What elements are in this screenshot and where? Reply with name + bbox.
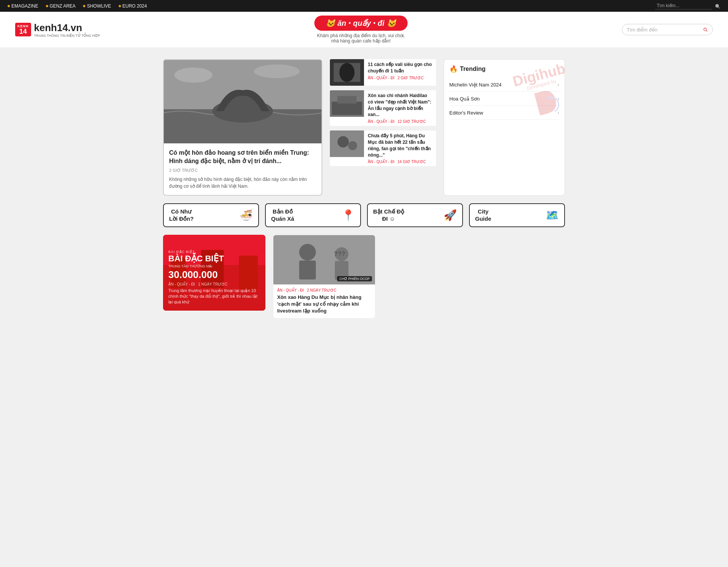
top-search-input[interactable] (655, 2, 712, 9)
svg-text:???: ??? (334, 251, 345, 257)
video-badge: CHỢ PHIÊN OCOP (337, 276, 372, 281)
svg-point-0 (704, 28, 706, 31)
cat-icon-city: 🗺️ (546, 209, 559, 221)
featured-article[interactable]: Có một hòn đảo hoang sơ trên biển miền T… (163, 59, 322, 196)
featured-body: Có một hòn đảo hoang sơ trên biển miền T… (164, 143, 322, 195)
cat-icon-bat-che: 🚀 (444, 209, 457, 221)
chevron-right-icon-3: › (557, 110, 559, 116)
article-meta-2: ĂN - QUẨY - ĐI 12 GIỜ TRƯỚC (368, 119, 434, 124)
svg-point-5 (254, 64, 300, 78)
top-search-icon[interactable] (714, 3, 720, 9)
nav-showlive[interactable]: SHOWLIVE (83, 3, 111, 9)
video-title: Xôn xao Hàng Du Mục bị nhân hàng 'cạch m… (277, 294, 371, 315)
nav-dot (46, 5, 48, 7)
cat-btn-co-nhu-loi-don[interactable]: Có Như Lời Đồn? 🍜 (163, 203, 259, 227)
article-thumb-1 (330, 59, 364, 86)
video-post-card[interactable]: ??? CHỢ PHIÊN OCOP ĂN - QUẨY - ĐI 2 NGÀY… (273, 235, 375, 319)
nav-dot (119, 5, 121, 7)
chevron-right-icon-1: › (557, 82, 559, 88)
cat-icon-ban-do: 📍 (342, 209, 355, 221)
brand-tagline: Khám phá những địa điểm du lịch, vui chơ… (314, 33, 408, 44)
nav-emagazine[interactable]: EMAGAZINE (8, 3, 38, 9)
trending-label-2: Hoa Quả Sơn (449, 96, 480, 102)
article-title-1: 11 cách xếp vali siêu gọn cho chuyến đi … (368, 61, 434, 74)
nav-dot (8, 5, 10, 7)
main-content: Có một hòn đảo hoang sơ trên biển miền T… (155, 55, 573, 319)
video-meta: ĂN - QUẨY - ĐI 2 NGÀY TRƯỚC (277, 288, 371, 292)
cat-icon-co-nhu: 🍜 (240, 209, 253, 221)
article-info-2: Xôn xao chi nhánh Haidilao có view "đẹp … (368, 90, 436, 126)
trending-label-3: Editor's Review (449, 110, 483, 116)
top-navigation: EMAGAZINE GENZ AREA SHOWLIVE EURO 2024 (0, 0, 728, 12)
site-header: KENH 14 kenh14.vn TRANG THÔNG TIN ĐIỆN T… (0, 12, 728, 48)
article-list: 11 cách xếp vali siêu gọn cho chuyến đi … (330, 59, 436, 196)
trending-item-2[interactable]: Hoa Quả Sơn › (449, 92, 559, 106)
featured-image (164, 60, 322, 143)
article-item-1[interactable]: 11 cách xếp vali siêu gọn cho chuyến đi … (330, 59, 436, 86)
special-post-card[interactable]: BÀI ĐẶC BIỆT BÀI ĐẶC BIỆT TRUNG TÂM THƯƠ… (163, 235, 265, 311)
article-title-2: Xôn xao chi nhánh Haidilao có view "đẹp … (368, 93, 434, 118)
article-info-3: Chưa đầy 5 phút, Hàng Du Mục đã bán hết … (368, 130, 436, 166)
cat-btn-city-guide[interactable]: City Guide 🗺️ (469, 203, 565, 227)
trending-item-3[interactable]: Editor's Review › (449, 106, 559, 120)
chevron-right-icon-2: › (557, 96, 559, 102)
cat-btn-ban-do-quan-xa[interactable]: Bản Đồ Quán Xá 📍 (265, 203, 361, 227)
trending-item-1[interactable]: Michelin Việt Nam 2024 › (449, 78, 559, 92)
svg-point-4 (174, 68, 212, 83)
logo-area[interactable]: KENH 14 kenh14.vn TRANG THÔNG TIN ĐIỆN T… (15, 22, 100, 38)
trending-header: 🔥 Trending (449, 65, 559, 73)
featured-title: Có một hòn đảo hoang sơ trên biển miền T… (169, 149, 316, 166)
brand-center: 🐱 ăn • quẩy • đi 🐱 Khám phá những địa đi… (314, 16, 408, 44)
special-post-desc: Trung tâm thương mại huyền thoại tại quậ… (168, 288, 260, 305)
trending-icon: 🔥 (449, 65, 458, 73)
svg-rect-24 (299, 261, 316, 280)
featured-desc: Không những sở hữu hình dáng đặc biệt, h… (169, 176, 316, 190)
video-thumbnail: ??? CHỢ PHIÊN OCOP (273, 235, 375, 284)
svg-point-23 (299, 244, 316, 261)
special-post-meta: ĂN - QUẨY - ĐI 1 NGÀY TRƯỚC (168, 282, 260, 286)
featured-time: 2 GIỜ TRƯỚC (169, 168, 316, 173)
svg-line-1 (706, 30, 707, 31)
trending-title: Trending (460, 66, 486, 72)
trending-label-1: Michelin Việt Nam 2024 (449, 82, 502, 88)
top-nav-items: EMAGAZINE GENZ AREA SHOWLIVE EURO 2024 (8, 3, 147, 9)
article-title-3: Chưa đầy 5 phút, Hàng Du Mục đã bán hết … (368, 133, 434, 158)
svg-rect-12 (332, 102, 362, 115)
header-search-input[interactable] (627, 27, 700, 33)
special-overlay: BÀI ĐẶC BIỆT BÀI ĐẶC BIỆT TRUNG TÂM THƯƠ… (163, 245, 265, 311)
article-item-3[interactable]: Chưa đầy 5 phút, Hàng Du Mục đã bán hết … (330, 130, 436, 166)
bottom-section: BÀI ĐẶC BIỆT BÀI ĐẶC BIỆT TRUNG TÂM THƯƠ… (163, 235, 565, 319)
nav-euro2024[interactable]: EURO 2024 (119, 3, 147, 9)
header-search-box (622, 24, 713, 35)
article-thumb-3 (330, 130, 364, 157)
header-search-icon[interactable] (703, 27, 708, 33)
trending-sidebar: 🔥 Trending Michelin Việt Nam 2024 › Hoa … (444, 59, 565, 196)
logo-box: KENH 14 (15, 23, 31, 37)
nav-dot (83, 5, 85, 7)
top-search (655, 2, 720, 9)
special-post-title: BÀI ĐẶC BIỆT (168, 254, 260, 264)
article-info-1: 11 cách xếp vali siêu gọn cho chuyến đi … (368, 59, 436, 86)
article-item-2[interactable]: Xôn xao chi nhánh Haidilao có view "đẹp … (330, 90, 436, 126)
cat-btn-bat-che-do[interactable]: Bật Chế Độ ĐI ☺ 🚀 (367, 203, 463, 227)
special-sublabel: TRUNG TÂM THƯƠNG MẠI (168, 264, 260, 268)
svg-point-10 (339, 63, 355, 82)
article-meta-1: ĂN - QUẨY - ĐI 2 GIỜ TRƯỚC (368, 76, 434, 80)
nav-genz-area[interactable]: GENZ AREA (46, 3, 76, 9)
site-subtitle: TRANG THÔNG TIN ĐIỆN TỬ TỔNG HỢP (34, 34, 100, 38)
svg-point-16 (348, 141, 357, 150)
brand-logo: 🐱 ăn • quẩy • đi 🐱 (314, 16, 408, 31)
top-section: Có một hòn đảo hoang sơ trên biển miền T… (163, 59, 565, 196)
article-thumb-2 (330, 90, 364, 117)
article-meta-3: ĂN - QUẨY - ĐI 14 GIỜ TRƯỚC (368, 160, 434, 164)
site-name: kenh14.vn (34, 22, 100, 34)
video-info: ĂN - QUẨY - ĐI 2 NGÀY TRƯỚC Xôn xao Hàng… (273, 284, 375, 319)
svg-point-15 (337, 136, 349, 148)
category-buttons: Có Như Lời Đồn? 🍜 Bản Đồ Quán Xá 📍 Bật C… (163, 203, 565, 227)
svg-rect-13 (337, 96, 356, 104)
special-post-label: BÀI ĐẶC BIỆT (168, 250, 260, 254)
special-post-price: 30.000.000 (168, 269, 260, 281)
